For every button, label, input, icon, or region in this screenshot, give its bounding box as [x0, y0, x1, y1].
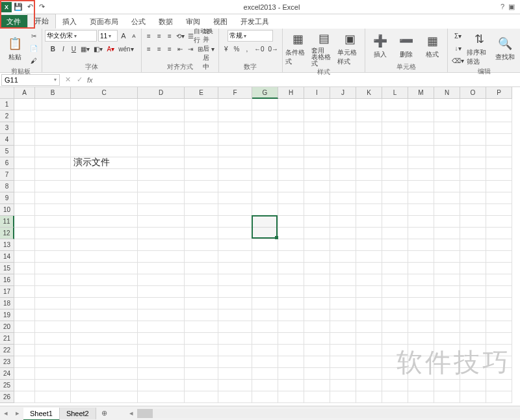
cell[interactable]: [460, 146, 486, 157]
align-middle-icon[interactable]: ≡: [155, 30, 164, 42]
cell[interactable]: [71, 216, 138, 228]
cell[interactable]: [218, 356, 252, 368]
cell[interactable]: [460, 169, 486, 181]
cell[interactable]: [138, 263, 185, 274]
cell[interactable]: [278, 368, 304, 380]
cell[interactable]: [138, 157, 185, 169]
cell[interactable]: [35, 146, 71, 157]
cell[interactable]: [408, 216, 434, 228]
cell[interactable]: [218, 298, 252, 309]
cell[interactable]: [35, 134, 71, 146]
cell[interactable]: [14, 99, 35, 111]
cell[interactable]: [71, 309, 138, 321]
cell[interactable]: [408, 146, 434, 157]
cell[interactable]: [278, 157, 304, 169]
cell[interactable]: [304, 181, 330, 192]
cell[interactable]: [35, 298, 71, 309]
cell[interactable]: [330, 157, 356, 169]
cell[interactable]: [71, 356, 138, 368]
merge-cells-button[interactable]: ⊞合并后居中▾: [196, 43, 216, 55]
copy-icon[interactable]: 📄: [29, 42, 39, 54]
cell[interactable]: [460, 251, 486, 263]
cell[interactable]: [185, 204, 218, 216]
cell[interactable]: [35, 286, 71, 298]
row-header-5[interactable]: 5: [0, 146, 14, 157]
cell[interactable]: [408, 134, 434, 146]
comma-icon[interactable]: ,: [242, 43, 252, 55]
cell[interactable]: [14, 169, 35, 181]
cell[interactable]: [382, 99, 408, 111]
tab-insert[interactable]: 插入: [56, 15, 83, 29]
cell[interactable]: [14, 146, 35, 157]
cell[interactable]: [356, 321, 382, 333]
cell[interactable]: [304, 111, 330, 122]
cell[interactable]: [138, 368, 185, 380]
cell[interactable]: [408, 239, 434, 251]
cell[interactable]: [138, 134, 185, 146]
cell[interactable]: [382, 368, 408, 380]
cell[interactable]: [486, 380, 512, 391]
sheet-nav-prev-icon[interactable]: ◂: [0, 409, 12, 417]
column-header-K[interactable]: K: [356, 87, 382, 99]
cell[interactable]: [252, 146, 278, 157]
cell[interactable]: [35, 157, 71, 169]
cell[interactable]: [460, 333, 486, 345]
cell[interactable]: [304, 321, 330, 333]
cell[interactable]: [434, 192, 460, 204]
cell[interactable]: [71, 391, 138, 403]
cell[interactable]: [356, 368, 382, 380]
cell[interactable]: [138, 391, 185, 403]
find-button[interactable]: 🔍查找和: [493, 35, 517, 62]
cell[interactable]: [330, 251, 356, 263]
cell[interactable]: [14, 157, 35, 169]
cell[interactable]: [330, 122, 356, 134]
cell[interactable]: [382, 239, 408, 251]
cell[interactable]: [218, 321, 252, 333]
cell[interactable]: [460, 274, 486, 286]
cell[interactable]: [460, 286, 486, 298]
cell[interactable]: [330, 298, 356, 309]
scroll-left-icon[interactable]: ◂: [125, 409, 137, 417]
cell[interactable]: [460, 321, 486, 333]
cell[interactable]: [304, 134, 330, 146]
chevron-down-icon[interactable]: ▾: [54, 77, 57, 83]
font-name-combo[interactable]: 华文仿宋▾: [45, 30, 97, 42]
cell[interactable]: [252, 380, 278, 391]
cell[interactable]: [14, 356, 35, 368]
cell[interactable]: [460, 192, 486, 204]
cell[interactable]: [304, 333, 330, 345]
cell[interactable]: [35, 228, 71, 239]
row-header-12[interactable]: 12: [0, 228, 14, 239]
cell[interactable]: [14, 204, 35, 216]
cell[interactable]: [138, 274, 185, 286]
cell[interactable]: [71, 228, 138, 239]
column-header-B[interactable]: B: [35, 87, 71, 99]
cell[interactable]: [252, 204, 278, 216]
row-header-14[interactable]: 14: [0, 251, 14, 263]
cell[interactable]: [304, 391, 330, 403]
align-top-icon[interactable]: ≡: [144, 30, 153, 42]
cell[interactable]: [71, 333, 138, 345]
cell[interactable]: [14, 192, 35, 204]
cell[interactable]: [185, 146, 218, 157]
cell[interactable]: [218, 345, 252, 356]
cell[interactable]: [252, 169, 278, 181]
cell[interactable]: [486, 204, 512, 216]
cell[interactable]: [356, 298, 382, 309]
cell[interactable]: [434, 333, 460, 345]
cell[interactable]: [278, 111, 304, 122]
row-header-17[interactable]: 17: [0, 286, 14, 298]
cell[interactable]: [460, 263, 486, 274]
cell[interactable]: [434, 157, 460, 169]
cell[interactable]: [382, 169, 408, 181]
cell[interactable]: [14, 181, 35, 192]
cell[interactable]: [330, 192, 356, 204]
cell[interactable]: [408, 181, 434, 192]
cell[interactable]: [356, 345, 382, 356]
cell[interactable]: [138, 169, 185, 181]
cell[interactable]: [278, 99, 304, 111]
cell[interactable]: [434, 122, 460, 134]
cell[interactable]: [185, 228, 218, 239]
cell[interactable]: [460, 380, 486, 391]
cell-styles-button[interactable]: ▣单元格样式: [337, 31, 362, 66]
